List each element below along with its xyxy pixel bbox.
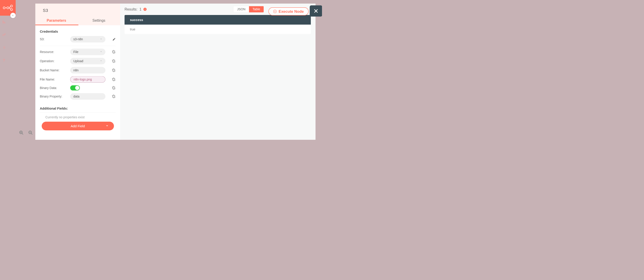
zoom-controls — [19, 130, 33, 136]
edit-credential-icon[interactable] — [112, 38, 116, 41]
resource-label: Resource: — [40, 50, 69, 54]
node-title: S3 — [35, 8, 120, 16]
zoom-out-button[interactable] — [28, 130, 33, 136]
binary-property-value[interactable] — [73, 94, 102, 98]
gear-icon[interactable] — [112, 50, 116, 54]
bucket-name-label: Bucket Name: — [40, 68, 69, 72]
info-icon[interactable]: i — [144, 8, 147, 11]
workflows-icon[interactable] — [2, 20, 6, 24]
file-name-value: n8n-logo.png — [74, 78, 92, 81]
additional-fields-heading: Additional Fields: — [40, 107, 116, 110]
gear-icon[interactable] — [112, 86, 116, 90]
empty-properties-text: Currently no properties exist — [40, 114, 116, 122]
svg-rect-4 — [3, 21, 4, 22]
help-icon[interactable]: ? — [2, 58, 6, 62]
node-editor-modal: Execute Node S3 Parameters Settings Cred… — [35, 4, 316, 140]
credentials-heading: Credentials — [40, 30, 116, 33]
bucket-name-value[interactable] — [73, 68, 102, 72]
tab-settings[interactable]: Settings — [78, 16, 120, 26]
parameters-panel: S3 Parameters Settings Credentials S3: s… — [35, 4, 120, 140]
svg-line-19 — [31, 133, 32, 134]
nav-rail: ? — [0, 20, 8, 62]
view-toggle: JSON Table — [233, 6, 264, 13]
s3-credential-label: S3: — [40, 38, 69, 41]
credentials-icon[interactable] — [2, 33, 6, 37]
n8n-logo-icon — [3, 4, 13, 11]
operation-value: Upload — [73, 59, 83, 63]
bucket-name-input[interactable] — [70, 67, 106, 74]
resource-select[interactable]: File — [70, 49, 106, 55]
file-name-expression[interactable]: n8n-logo.png — [70, 76, 106, 83]
svg-rect-6 — [3, 22, 4, 23]
svg-point-7 — [3, 34, 4, 36]
file-name-label: File Name: — [40, 78, 69, 81]
svg-point-2 — [10, 5, 12, 7]
results-label: Results: — [124, 7, 138, 12]
results-panel: Results: 1 i JSON Table success true — [120, 4, 315, 140]
svg-rect-5 — [4, 22, 5, 23]
results-column-header: success — [124, 15, 311, 24]
app-logo-tile[interactable] — [0, 0, 16, 16]
gear-icon[interactable] — [112, 59, 116, 63]
operation-label: Operation: — [40, 59, 69, 63]
results-count: 1 — [140, 7, 142, 12]
tags-heading: Tags: — [40, 139, 116, 140]
chevron-down-icon — [100, 38, 102, 41]
gear-icon[interactable] — [112, 68, 116, 72]
s3-credential-value: s3-n8n — [73, 38, 83, 41]
add-field-label: Add Field — [71, 124, 85, 128]
zoom-in-button[interactable] — [19, 130, 24, 136]
operation-select[interactable]: Upload — [70, 58, 106, 64]
chevron-down-icon — [100, 59, 102, 63]
results-cell: true — [124, 24, 311, 34]
s3-credential-select[interactable]: s3-n8n — [70, 36, 106, 42]
chevron-down-icon — [100, 50, 102, 54]
binary-data-label: Binary Data: — [40, 86, 69, 90]
binary-data-toggle[interactable] — [70, 86, 80, 90]
expand-sidebar-button[interactable] — [10, 13, 16, 18]
results-table: success true — [124, 15, 311, 34]
svg-line-15 — [22, 133, 23, 134]
binary-property-label: Binary Property: — [40, 94, 69, 98]
execute-node-button[interactable]: Execute Node — [268, 8, 308, 16]
gear-icon[interactable] — [112, 78, 116, 82]
gear-icon[interactable] — [112, 94, 116, 98]
execute-node-label: Execute Node — [278, 9, 304, 14]
json-view-button[interactable]: JSON — [234, 6, 249, 12]
close-modal-button[interactable] — [310, 5, 322, 16]
svg-point-0 — [3, 7, 5, 9]
binary-property-input[interactable] — [70, 93, 106, 100]
table-view-button[interactable]: Table — [249, 6, 264, 12]
add-field-button[interactable]: Add Field — [42, 122, 114, 130]
tab-parameters[interactable]: Parameters — [35, 16, 78, 26]
svg-point-3 — [10, 9, 12, 11]
chevron-down-icon — [106, 124, 108, 128]
executions-icon[interactable] — [2, 46, 6, 50]
resource-value: File — [73, 50, 78, 54]
svg-point-1 — [7, 7, 9, 9]
